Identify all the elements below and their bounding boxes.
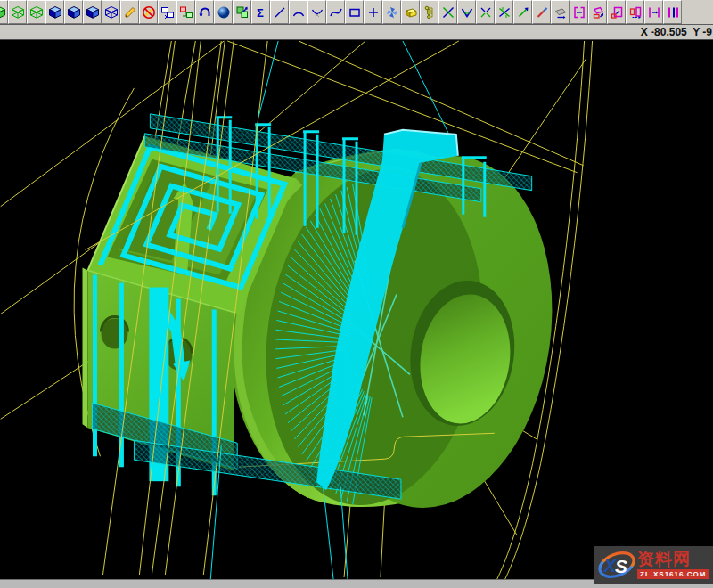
toolbar-button-screen-copy[interactable] xyxy=(176,0,195,24)
toolbar-button-screen-blank[interactable] xyxy=(158,0,176,24)
toolbar-button-shade-sphere[interactable] xyxy=(214,0,233,24)
block-left-edge xyxy=(83,268,88,429)
svg-text:S: S xyxy=(615,556,627,576)
toolbar-button-view-green-wire-cube-2[interactable] xyxy=(27,0,45,24)
scene-3d xyxy=(0,40,713,579)
toolbar-button-sketch-pencil[interactable] xyxy=(120,0,139,24)
toolbar-button-create-arc[interactable] xyxy=(289,0,307,24)
toolbar-button-xform-rotate[interactable] xyxy=(588,0,607,24)
toolbar-button-copy-entities[interactable] xyxy=(233,0,251,24)
watermark-site-name: 资料网 xyxy=(637,551,691,568)
toolbar-button-view-blue-cube-iso[interactable] xyxy=(45,0,64,24)
toolbar-button-view-blue-cube-front[interactable] xyxy=(83,0,102,24)
toolbar-button-view-green-wire-cube-1[interactable] xyxy=(8,0,27,24)
toolbar-button-operations-tree[interactable] xyxy=(420,0,438,24)
toolbar-button-trim-two[interactable] xyxy=(457,0,476,24)
statusbar: X -80.505 Y -9 xyxy=(0,25,713,40)
toolbar-button-view-shaded-cube-1[interactable] xyxy=(0,0,8,24)
toolbar-button-paintbrush[interactable] xyxy=(532,0,551,24)
toolbar-button-view-blue-wire-cube[interactable] xyxy=(102,0,120,24)
toolbar-button-xform-trim[interactable] xyxy=(570,0,588,24)
toolbar-button-create-point[interactable] xyxy=(364,0,382,24)
toolbar-button-create-fillet[interactable] xyxy=(307,0,326,24)
toolbar-button-create-line[interactable] xyxy=(270,0,289,24)
svg-text:Σ: Σ xyxy=(257,6,264,20)
toolbar-button-trim-one[interactable] xyxy=(438,0,457,24)
toolbar-button-xform-scale[interactable] xyxy=(607,0,626,24)
toolbar-button-analyze-sigma[interactable]: Σ xyxy=(251,0,270,24)
toolbar-button-xform-more[interactable] xyxy=(663,0,682,24)
toolbar-button-create-rectangle[interactable] xyxy=(345,0,364,24)
toolbar-button-sketch-disable[interactable] xyxy=(139,0,158,24)
cad-application-window: Σ X -80.505 Y -9 xyxy=(0,0,713,588)
toolbar-button-xform-translate[interactable] xyxy=(644,0,663,24)
toolbar: Σ xyxy=(0,0,713,25)
toolbar-button-create-spline[interactable] xyxy=(326,0,345,24)
watermark-xs-logo-icon: X S xyxy=(596,548,637,582)
toolbar-button-direction-arrow[interactable] xyxy=(513,0,532,24)
toolbar-button-trim-break[interactable] xyxy=(495,0,513,24)
toolbar-button-dynamic-plane[interactable] xyxy=(551,0,570,24)
toolbar-button-trim-divide[interactable] xyxy=(476,0,495,24)
watermark: X S 资料网 ZL.XS1616.COM xyxy=(594,546,713,584)
cursor-coordinates: X -80.505 Y -9 xyxy=(641,26,713,38)
toolbar-button-create-solid-box[interactable] xyxy=(401,0,420,24)
toolbar-button-undo[interactable] xyxy=(195,0,214,24)
toolbar-button-view-blue-cube-top[interactable] xyxy=(64,0,83,24)
toolbar-button-xform-offset[interactable] xyxy=(626,0,644,24)
toolbar-button-pattern-flag[interactable] xyxy=(382,0,401,24)
viewport-3d[interactable] xyxy=(0,40,713,579)
watermark-site-url: ZL.XS1616.COM xyxy=(637,569,709,579)
